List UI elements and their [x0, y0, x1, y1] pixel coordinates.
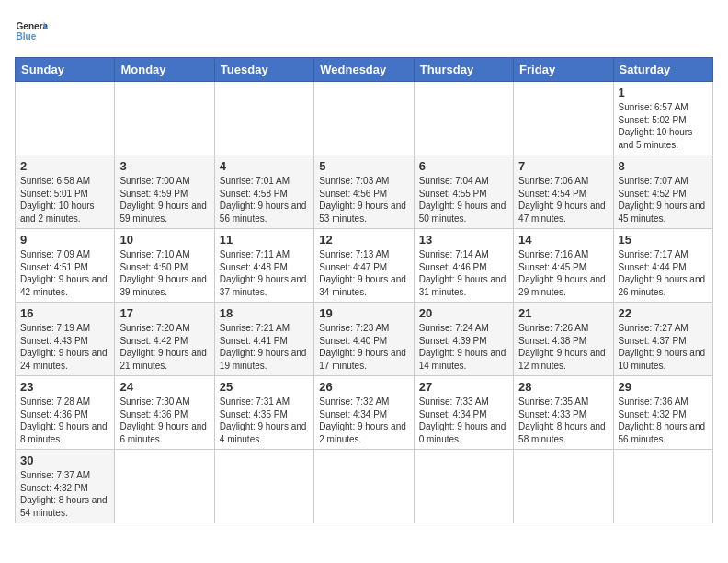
day-info: Sunrise: 7:00 AM Sunset: 4:59 PM Dayligh… [119, 175, 209, 224]
calendar-cell [214, 82, 313, 155]
calendar-cell: 21Sunrise: 7:26 AM Sunset: 4:38 PM Dayli… [514, 303, 613, 376]
calendar-cell: 16Sunrise: 7:19 AM Sunset: 4:43 PM Dayli… [16, 303, 115, 376]
day-info: Sunrise: 7:30 AM Sunset: 4:36 PM Dayligh… [119, 396, 209, 445]
day-number: 6 [419, 159, 508, 173]
day-info: Sunrise: 7:23 AM Sunset: 4:40 PM Dayligh… [319, 322, 408, 372]
calendar-cell: 11Sunrise: 7:11 AM Sunset: 4:48 PM Dayli… [214, 229, 313, 303]
column-header-friday: Friday [514, 58, 613, 82]
day-info: Sunrise: 7:36 AM Sunset: 4:32 PM Dayligh… [619, 396, 708, 445]
calendar-cell: 27Sunrise: 7:33 AM Sunset: 4:34 PM Dayli… [414, 376, 513, 450]
calendar-cell: 6Sunrise: 7:04 AM Sunset: 4:55 PM Daylig… [414, 155, 513, 229]
calendar-cell: 2Sunrise: 6:58 AM Sunset: 5:01 PM Daylig… [16, 155, 115, 229]
calendar-cell: 28Sunrise: 7:35 AM Sunset: 4:33 PM Dayli… [514, 376, 613, 450]
day-number: 3 [119, 159, 209, 173]
page-header: General Blue [15, 15, 713, 48]
logo-icon: General Blue [15, 15, 48, 48]
day-number: 5 [319, 159, 408, 173]
calendar-week-4: 16Sunrise: 7:19 AM Sunset: 4:43 PM Dayli… [16, 303, 713, 376]
day-number: 12 [319, 233, 408, 247]
column-header-saturday: Saturday [613, 58, 712, 82]
calendar-cell [214, 450, 313, 523]
day-info: Sunrise: 7:14 AM Sunset: 4:46 PM Dayligh… [419, 248, 508, 298]
day-info: Sunrise: 7:11 AM Sunset: 4:48 PM Dayligh… [220, 248, 309, 298]
day-info: Sunrise: 7:07 AM Sunset: 4:52 PM Dayligh… [619, 175, 708, 224]
column-header-monday: Monday [115, 58, 214, 82]
calendar-cell: 25Sunrise: 7:31 AM Sunset: 4:35 PM Dayli… [214, 376, 313, 450]
calendar-cell: 1Sunrise: 6:57 AM Sunset: 5:02 PM Daylig… [613, 82, 712, 155]
day-info: Sunrise: 7:35 AM Sunset: 4:33 PM Dayligh… [518, 396, 608, 445]
calendar-cell [414, 450, 513, 523]
calendar-cell: 4Sunrise: 7:01 AM Sunset: 4:58 PM Daylig… [214, 155, 313, 229]
calendar-cell: 10Sunrise: 7:10 AM Sunset: 4:50 PM Dayli… [115, 229, 214, 303]
day-info: Sunrise: 6:58 AM Sunset: 5:01 PM Dayligh… [20, 175, 109, 224]
calendar-cell: 7Sunrise: 7:06 AM Sunset: 4:54 PM Daylig… [514, 155, 613, 229]
calendar-week-2: 2Sunrise: 6:58 AM Sunset: 5:01 PM Daylig… [16, 155, 713, 229]
day-info: Sunrise: 7:04 AM Sunset: 4:55 PM Dayligh… [419, 175, 508, 224]
day-info: Sunrise: 7:31 AM Sunset: 4:35 PM Dayligh… [220, 396, 309, 445]
column-header-wednesday: Wednesday [314, 58, 414, 82]
calendar-cell [414, 82, 513, 155]
calendar-cell: 14Sunrise: 7:16 AM Sunset: 4:45 PM Dayli… [514, 229, 613, 303]
day-number: 9 [20, 233, 109, 247]
day-number: 14 [518, 233, 608, 247]
day-number: 11 [220, 233, 309, 247]
calendar-cell: 12Sunrise: 7:13 AM Sunset: 4:47 PM Dayli… [314, 229, 414, 303]
calendar-cell [613, 450, 712, 523]
day-number: 7 [518, 159, 608, 173]
day-info: Sunrise: 7:37 AM Sunset: 4:32 PM Dayligh… [20, 469, 109, 519]
day-info: Sunrise: 7:20 AM Sunset: 4:42 PM Dayligh… [119, 322, 209, 372]
day-number: 29 [619, 380, 708, 394]
day-number: 23 [20, 380, 109, 394]
calendar-cell [514, 82, 613, 155]
calendar-cell: 20Sunrise: 7:24 AM Sunset: 4:39 PM Dayli… [414, 303, 513, 376]
day-number: 24 [119, 380, 209, 394]
svg-text:Blue: Blue [16, 31, 36, 41]
day-number: 27 [419, 380, 508, 394]
day-info: Sunrise: 7:32 AM Sunset: 4:34 PM Dayligh… [319, 396, 408, 445]
calendar-cell: 19Sunrise: 7:23 AM Sunset: 4:40 PM Dayli… [314, 303, 414, 376]
calendar-cell: 3Sunrise: 7:00 AM Sunset: 4:59 PM Daylig… [115, 155, 214, 229]
day-info: Sunrise: 7:26 AM Sunset: 4:38 PM Dayligh… [518, 322, 608, 372]
day-info: Sunrise: 7:01 AM Sunset: 4:58 PM Dayligh… [220, 175, 309, 224]
day-number: 2 [20, 159, 109, 173]
day-number: 17 [119, 306, 209, 320]
calendar-header-row: SundayMondayTuesdayWednesdayThursdayFrid… [16, 58, 713, 82]
day-number: 21 [518, 306, 608, 320]
day-number: 15 [619, 233, 708, 247]
day-info: Sunrise: 6:57 AM Sunset: 5:02 PM Dayligh… [619, 101, 708, 151]
day-number: 28 [518, 380, 608, 394]
day-number: 4 [220, 159, 309, 173]
calendar-cell [16, 82, 115, 155]
calendar-cell: 5Sunrise: 7:03 AM Sunset: 4:56 PM Daylig… [314, 155, 414, 229]
day-info: Sunrise: 7:27 AM Sunset: 4:37 PM Dayligh… [619, 322, 708, 372]
day-number: 1 [619, 86, 708, 99]
calendar-cell: 29Sunrise: 7:36 AM Sunset: 4:32 PM Dayli… [613, 376, 712, 450]
day-info: Sunrise: 7:24 AM Sunset: 4:39 PM Dayligh… [419, 322, 508, 372]
day-number: 26 [319, 380, 408, 394]
day-number: 20 [419, 306, 508, 320]
calendar-cell [314, 82, 414, 155]
column-header-sunday: Sunday [16, 58, 115, 82]
calendar-cell: 22Sunrise: 7:27 AM Sunset: 4:37 PM Dayli… [613, 303, 712, 376]
day-number: 30 [20, 454, 109, 467]
calendar-week-5: 23Sunrise: 7:28 AM Sunset: 4:36 PM Dayli… [16, 376, 713, 450]
column-header-thursday: Thursday [414, 58, 513, 82]
day-number: 25 [220, 380, 309, 394]
day-info: Sunrise: 7:17 AM Sunset: 4:44 PM Dayligh… [619, 248, 708, 298]
calendar-week-3: 9Sunrise: 7:09 AM Sunset: 4:51 PM Daylig… [16, 229, 713, 303]
calendar-cell: 26Sunrise: 7:32 AM Sunset: 4:34 PM Dayli… [314, 376, 414, 450]
logo: General Blue [15, 15, 48, 48]
calendar-cell: 24Sunrise: 7:30 AM Sunset: 4:36 PM Dayli… [115, 376, 214, 450]
calendar-cell: 30Sunrise: 7:37 AM Sunset: 4:32 PM Dayli… [16, 450, 115, 523]
day-number: 10 [119, 233, 209, 247]
svg-text:General: General [16, 21, 48, 31]
calendar-cell [115, 450, 214, 523]
calendar-week-6: 30Sunrise: 7:37 AM Sunset: 4:32 PM Dayli… [16, 450, 713, 523]
calendar-cell [314, 450, 414, 523]
calendar-cell: 9Sunrise: 7:09 AM Sunset: 4:51 PM Daylig… [16, 229, 115, 303]
day-number: 8 [619, 159, 708, 173]
day-number: 19 [319, 306, 408, 320]
calendar-cell: 18Sunrise: 7:21 AM Sunset: 4:41 PM Dayli… [214, 303, 313, 376]
day-number: 13 [419, 233, 508, 247]
calendar-table: SundayMondayTuesdayWednesdayThursdayFrid… [15, 57, 713, 523]
